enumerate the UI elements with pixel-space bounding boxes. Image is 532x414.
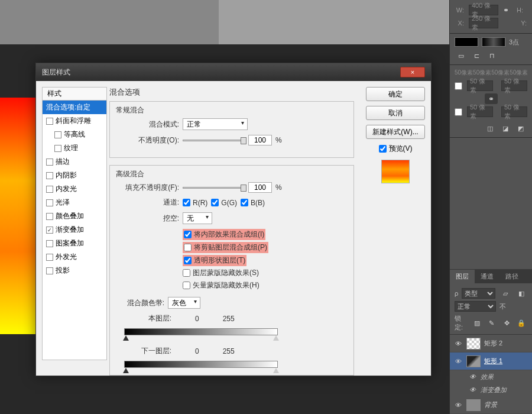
layer-item-rect2[interactable]: 👁 矩形 2: [450, 335, 532, 352]
blend-mode-select[interactable]: 正常: [183, 118, 248, 130]
corner-field-2[interactable]: 50 像素: [501, 80, 527, 91]
style-list-item[interactable]: 光泽: [43, 196, 106, 209]
style-checkbox[interactable]: [46, 172, 53, 179]
general-blend-fieldset: 常规混合 混合模式: 正常 不透明度(O): %: [109, 101, 354, 158]
tab-layers[interactable]: 图层: [450, 270, 475, 283]
style-item-label: 描边: [56, 157, 70, 167]
style-list-item[interactable]: 外发光: [43, 250, 106, 264]
tab-channels[interactable]: 通道: [475, 270, 499, 283]
lock-transparency-icon[interactable]: ▨: [471, 318, 482, 328]
knockout-select[interactable]: 无: [183, 212, 212, 224]
advanced-option-checkbox[interactable]: 矢量蒙版隐藏效果(H): [183, 280, 259, 290]
style-checkbox[interactable]: [46, 254, 53, 261]
ok-button[interactable]: 确定: [366, 87, 425, 101]
style-item-label: 投影: [56, 266, 70, 276]
channel-b-checkbox[interactable]: B(B): [241, 199, 265, 207]
preview-checkbox[interactable]: 预览(V): [366, 144, 425, 154]
lock-pixels-icon[interactable]: ✎: [486, 318, 497, 328]
blend-options-title: 混合选项: [109, 87, 354, 98]
corner-check-2[interactable]: [455, 108, 462, 116]
slider-thumb[interactable]: [241, 185, 246, 192]
x-field[interactable]: 250 像素: [469, 18, 498, 28]
channel-g-checkbox[interactable]: G(G): [211, 199, 237, 207]
lock-all-icon[interactable]: 🔒: [516, 318, 527, 328]
style-list-item[interactable]: 渐变叠加: [43, 223, 106, 237]
style-checkbox[interactable]: [46, 213, 53, 220]
style-list-item[interactable]: 颜色叠加: [43, 209, 106, 223]
style-list-item[interactable]: 内阴影: [43, 169, 106, 182]
this-layer-track[interactable]: [124, 328, 278, 335]
stroke-swatch[interactable]: [482, 37, 505, 47]
visibility-eye-icon[interactable]: 👁: [453, 340, 463, 347]
style-checkbox[interactable]: [46, 240, 53, 247]
style-checkbox[interactable]: [46, 227, 53, 234]
corner-field-1[interactable]: 50 像素: [467, 80, 493, 91]
canvas-artboard-top: [219, 0, 449, 44]
style-checkbox[interactable]: [54, 145, 61, 152]
style-checkbox[interactable]: [46, 186, 53, 193]
corner-field-4[interactable]: 50 像素: [501, 106, 527, 117]
lock-label: 锁定:: [455, 314, 468, 332]
style-list-item[interactable]: 纹理: [43, 141, 106, 155]
pathfinder-icon-3[interactable]: ◩: [514, 123, 527, 134]
channel-r-checkbox[interactable]: R(R): [183, 199, 207, 207]
visibility-eye-icon[interactable]: 👁: [453, 402, 463, 409]
visibility-eye-icon[interactable]: 👁: [468, 386, 477, 393]
style-list-item[interactable]: 投影: [43, 264, 106, 277]
style-checkbox[interactable]: [46, 199, 53, 206]
blendif-select[interactable]: 灰色: [168, 297, 200, 309]
style-list-item[interactable]: 等高线: [43, 128, 106, 141]
layer-fx-row[interactable]: 👁 效果: [450, 370, 532, 383]
style-item-label: 外发光: [56, 252, 77, 262]
style-list-item[interactable]: 图案叠加: [43, 237, 106, 250]
layer-thumb: [466, 338, 481, 350]
style-checkbox[interactable]: [46, 118, 53, 125]
layer-fx-gradient-row[interactable]: 👁 渐变叠加: [450, 383, 532, 396]
dialog-title-bar[interactable]: 图层样式 ×: [36, 63, 431, 81]
pathfinder-icon-1[interactable]: ◫: [484, 123, 497, 134]
filter-icon-2[interactable]: ◧: [515, 288, 527, 299]
caps-icon[interactable]: ⊏: [470, 50, 483, 61]
filter-kind-select[interactable]: 类型: [462, 288, 495, 299]
under-layer-track[interactable]: [124, 361, 278, 368]
advanced-option-checkbox[interactable]: 图层蒙版隐藏效果(S): [183, 268, 259, 278]
advanced-option-checkbox[interactable]: 将内部效果混合成组(I): [183, 229, 265, 240]
visibility-eye-icon[interactable]: 👁: [453, 358, 463, 365]
layer-blend-select[interactable]: 正常: [455, 301, 496, 312]
style-item-label: 纹理: [64, 143, 78, 153]
layers-panel: 图层 通道 路径 ρ 类型 ▱ ◧ 正常 不 锁定: ▨ ✎ ✥ 🔒: [450, 269, 532, 414]
pathfinder-icon-2[interactable]: ◪: [499, 123, 512, 134]
style-list-item[interactable]: 斜面和浮雕: [43, 114, 106, 128]
cancel-button[interactable]: 取消: [366, 106, 425, 120]
advanced-option-checkbox[interactable]: 将剪贴图层混合成组(P): [183, 242, 268, 253]
style-list-item[interactable]: 描边: [43, 155, 106, 169]
style-checkbox[interactable]: [46, 159, 53, 166]
fill-opacity-slider[interactable]: [183, 187, 245, 189]
link-wh-icon[interactable]: ⚭: [503, 6, 509, 14]
fill-opacity-field[interactable]: [248, 182, 272, 193]
style-list-item[interactable]: 内发光: [43, 182, 106, 196]
lock-move-icon[interactable]: ✥: [501, 318, 512, 328]
advanced-option-checkbox[interactable]: 透明形状图层(T): [183, 255, 246, 266]
styles-header: 样式: [42, 87, 107, 100]
align-icon[interactable]: ▭: [455, 50, 468, 61]
corners-icon[interactable]: ⊓: [485, 50, 498, 61]
layer-item-background[interactable]: 👁 背景: [450, 396, 532, 414]
style-list-item[interactable]: 混合选项:自定: [43, 101, 106, 114]
tab-paths[interactable]: 路径: [499, 270, 524, 283]
opacity-slider[interactable]: [183, 140, 245, 141]
slider-thumb[interactable]: [241, 137, 246, 144]
corner-field-3[interactable]: 50 像素: [467, 106, 493, 117]
layer-item-rect1[interactable]: 👁 矩形 1: [450, 352, 532, 370]
close-button[interactable]: ×: [400, 67, 425, 77]
new-style-button[interactable]: 新建样式(W)...: [366, 125, 425, 139]
opacity-field[interactable]: [248, 135, 272, 145]
corner-radius-summary: 50像素50像素50像素50像素: [455, 69, 527, 77]
layer-style-dialog: 图层样式 × 样式 混合选项:自定斜面和浮雕等高线纹理描边内阴影内发光光泽颜色叠…: [35, 63, 432, 376]
style-checkbox[interactable]: [54, 131, 61, 138]
filter-icon-1[interactable]: ▱: [499, 288, 511, 299]
corner-check-1[interactable]: [455, 82, 462, 90]
fill-swatch[interactable]: [455, 37, 478, 47]
style-checkbox[interactable]: [46, 267, 53, 274]
visibility-eye-icon[interactable]: 👁: [468, 373, 477, 380]
